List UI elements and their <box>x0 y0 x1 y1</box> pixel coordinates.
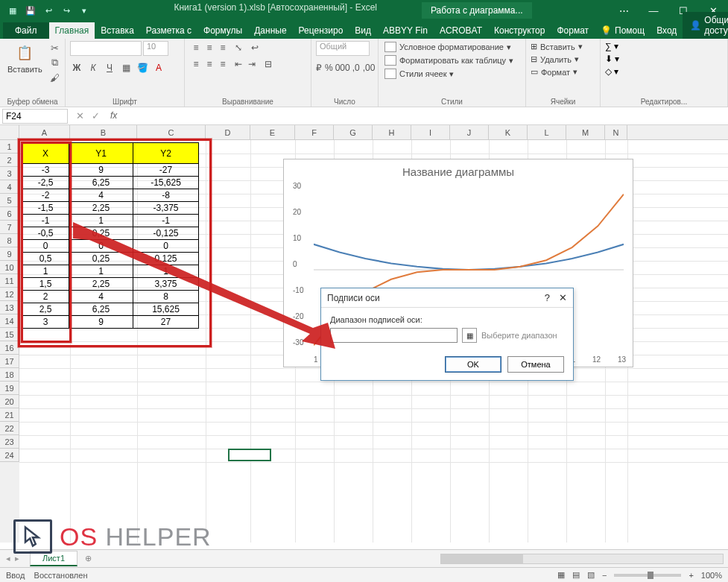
tab-вставка[interactable]: Вставка <box>95 22 140 39</box>
row-header-8[interactable]: 8 <box>0 234 19 247</box>
row-header-15[interactable]: 15 <box>0 328 19 341</box>
ribbon-options-icon[interactable]: ⋯ <box>609 0 639 21</box>
table-cell[interactable]: -2,5 <box>22 177 69 189</box>
table-cell[interactable]: -3 <box>22 164 69 177</box>
orientation-icon[interactable]: ⤡ <box>232 41 245 54</box>
percent-icon[interactable]: % <box>325 61 333 75</box>
col-header-C[interactable]: C <box>137 125 206 139</box>
table-cell[interactable]: -1 <box>133 215 199 227</box>
table-cell[interactable]: 3,375 <box>133 278 199 291</box>
zoom-out-icon[interactable]: − <box>602 571 607 580</box>
cancel-button[interactable]: Отмена <box>507 356 564 373</box>
chart-title[interactable]: Название диаграммы <box>284 159 633 181</box>
cancel-formula-icon[interactable]: ✕ <box>76 110 84 121</box>
border-icon[interactable]: ▦ <box>119 61 133 75</box>
table-cell[interactable]: 1 <box>22 265 69 278</box>
col-header-D[interactable]: D <box>206 125 250 139</box>
table-cell[interactable]: 9 <box>69 316 133 329</box>
align-bottom-icon[interactable]: ≡ <box>216 41 230 54</box>
tab-данные[interactable]: Данные <box>248 22 292 39</box>
table-cell[interactable]: -15,625 <box>133 177 199 189</box>
font-color-icon[interactable]: A <box>152 61 165 75</box>
bold-icon[interactable]: Ж <box>70 61 83 75</box>
table-cell[interactable]: 6,25 <box>69 303 133 316</box>
col-header-B[interactable]: B <box>70 125 137 139</box>
horizontal-scrollbar[interactable] <box>99 554 728 564</box>
table-cell[interactable]: 4 <box>69 291 133 303</box>
view-normal-icon[interactable]: ▦ <box>557 570 565 580</box>
inc-decimal-icon[interactable]: ,0 <box>352 61 360 75</box>
zoom-in-icon[interactable]: + <box>689 571 693 580</box>
col-header-G[interactable]: G <box>334 125 373 139</box>
axis-range-input[interactable] <box>330 328 458 343</box>
minimize-icon[interactable]: ― <box>639 0 668 21</box>
table-cell[interactable]: -0,5 <box>22 227 69 240</box>
table-cell[interactable]: 2,25 <box>69 278 133 291</box>
worksheet-grid[interactable]: ABCDEFGHIJKLMN 1234567891011121314151617… <box>0 125 728 543</box>
ok-button[interactable]: OK <box>445 356 501 373</box>
fx-icon[interactable]: fx <box>107 110 117 121</box>
fill-icon[interactable]: ⬇ ▾ <box>605 54 619 64</box>
table-cell[interactable]: 8 <box>133 291 199 303</box>
enter-formula-icon[interactable]: ✓ <box>92 110 100 121</box>
zoom-level[interactable]: 100% <box>701 571 722 580</box>
col-header-H[interactable]: H <box>373 125 411 139</box>
format-as-table[interactable]: Форматировать как таблицу ▾ <box>383 54 521 66</box>
col-header-E[interactable]: E <box>250 125 295 139</box>
table-cell[interactable]: 0,125 <box>133 253 199 265</box>
row-header-23[interactable]: 23 <box>0 435 19 449</box>
name-box[interactable]: F24 <box>2 109 68 124</box>
row-header-20[interactable]: 20 <box>0 395 19 408</box>
table-cell[interactable]: 2,25 <box>69 202 133 215</box>
row-header-22[interactable]: 22 <box>0 422 19 435</box>
col-header-A[interactable]: A <box>19 125 70 139</box>
dialog-close-icon[interactable]: ✕ <box>559 292 567 303</box>
table-cell[interactable]: -27 <box>133 164 199 177</box>
table-cell[interactable]: -3,375 <box>133 202 199 215</box>
table-cell[interactable]: 0,25 <box>69 253 133 265</box>
col-header-L[interactable]: L <box>528 125 566 139</box>
tab-формат[interactable]: Формат <box>551 22 595 39</box>
table-cell[interactable]: 15,625 <box>133 303 199 316</box>
row-header-19[interactable]: 19 <box>0 382 19 395</box>
tab-acrobat[interactable]: ACROBAT <box>434 22 488 39</box>
table-cell[interactable]: 1 <box>133 265 199 278</box>
table-cell[interactable]: -0,125 <box>133 227 199 240</box>
table-cell[interactable]: -2 <box>22 189 69 202</box>
sign-in[interactable]: Вход <box>651 22 683 39</box>
align-top-icon[interactable]: ≡ <box>189 41 203 54</box>
thousands-icon[interactable]: 000 <box>336 61 349 75</box>
table-cell[interactable]: 0,5 <box>22 253 69 265</box>
table-cell[interactable]: 9 <box>69 164 133 177</box>
table-cell[interactable]: 1 <box>69 265 133 278</box>
row-header-3[interactable]: 3 <box>0 167 19 180</box>
row-header-17[interactable]: 17 <box>0 355 19 368</box>
row-header-24[interactable]: 24 <box>0 449 19 462</box>
tab-рецензиро[interactable]: Рецензиро <box>293 22 349 39</box>
range-picker-icon[interactable]: ▦ <box>462 328 477 343</box>
indent-dec-icon[interactable]: ⇤ <box>232 57 245 71</box>
clear-icon[interactable]: ◇ ▾ <box>605 66 618 77</box>
row-header-12[interactable]: 12 <box>0 288 19 301</box>
row-header-6[interactable]: 6 <box>0 207 19 221</box>
align-right-icon[interactable]: ≡ <box>216 57 230 71</box>
row-header-10[interactable]: 10 <box>0 261 19 274</box>
sheet-nav-next-icon[interactable]: ▸ <box>15 554 19 563</box>
row-header-14[interactable]: 14 <box>0 314 19 328</box>
cut-icon[interactable]: ✂ <box>48 41 62 54</box>
undo-icon[interactable]: ↩ <box>42 4 55 17</box>
table-cell[interactable]: 27 <box>133 316 199 329</box>
sheet-nav-prev-icon[interactable]: ◂ <box>6 554 10 563</box>
paste-button[interactable]: 📋 Вставить <box>4 41 45 75</box>
select-all-corner[interactable] <box>0 125 19 139</box>
table-cell[interactable]: 2 <box>22 291 69 303</box>
col-header-I[interactable]: I <box>411 125 450 139</box>
table-cell[interactable]: -1,5 <box>22 202 69 215</box>
table-cell[interactable]: 6,25 <box>69 177 133 189</box>
share-button[interactable]: 👤 Общий доступ <box>683 12 728 39</box>
tell-me[interactable]: 💡 Помощ <box>595 22 651 39</box>
view-layout-icon[interactable]: ▤ <box>572 570 580 580</box>
tab-формулы[interactable]: Формулы <box>197 22 248 39</box>
table-cell[interactable]: 1,5 <box>22 278 69 291</box>
row-header-4[interactable]: 4 <box>0 180 19 194</box>
